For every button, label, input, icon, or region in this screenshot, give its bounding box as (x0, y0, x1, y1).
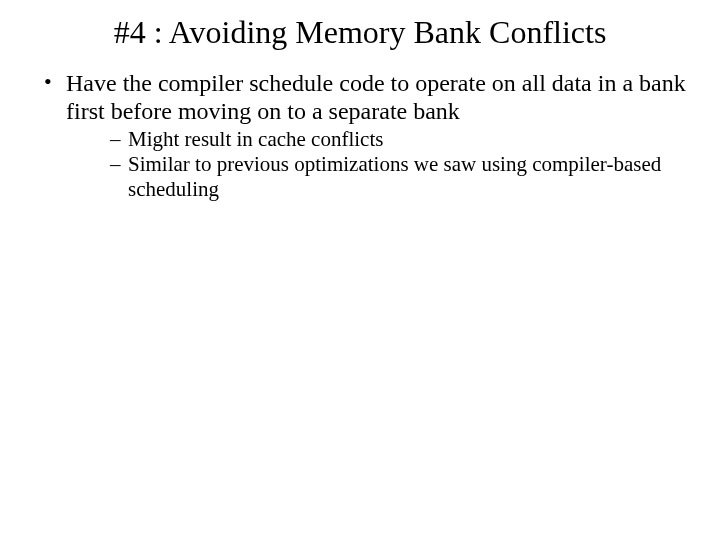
list-item: Might result in cache conflicts (110, 127, 690, 152)
sub-list: Might result in cache conflicts Similar … (66, 127, 690, 201)
bullet-text: Have the compiler schedule code to opera… (66, 70, 686, 124)
list-item: Similar to previous optimizations we saw… (110, 152, 690, 202)
sub-bullet-text: Might result in cache conflicts (128, 127, 383, 151)
list-item: Have the compiler schedule code to opera… (44, 69, 690, 202)
slide-title: #4 : Avoiding Memory Bank Conflicts (30, 14, 690, 51)
bullet-list: Have the compiler schedule code to opera… (30, 69, 690, 202)
sub-bullet-text: Similar to previous optimizations we saw… (128, 152, 661, 201)
